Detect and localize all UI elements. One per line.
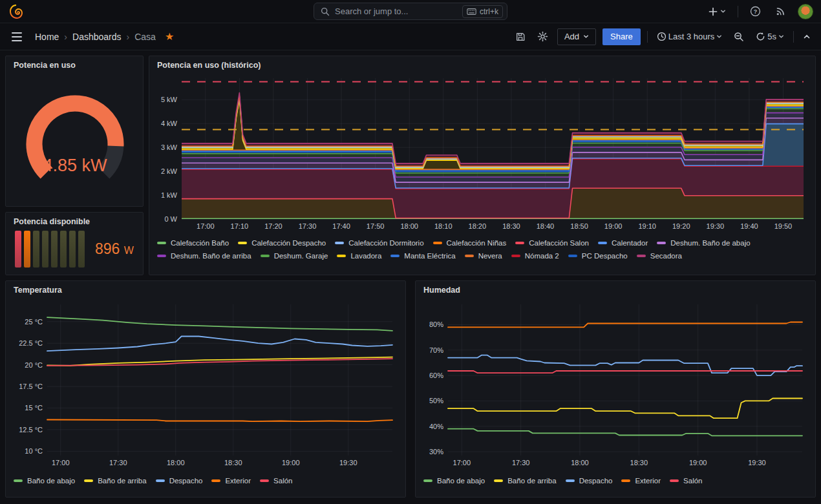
legend-item[interactable]: Secadora — [637, 251, 682, 261]
search-input[interactable]: Search or jump to... ctrl+k — [314, 3, 507, 20]
legend-item[interactable]: Exterior — [211, 476, 251, 486]
legend-swatch — [211, 479, 220, 482]
svg-text:5 kW: 5 kW — [161, 96, 178, 103]
share-button[interactable]: Share — [602, 28, 641, 45]
legend-item[interactable]: Nómada 2 — [511, 251, 559, 261]
panel-title: Potencia en uso (histórico) — [149, 56, 815, 72]
legend-item[interactable]: Exterior — [621, 476, 661, 486]
zoom-out-time-button[interactable] — [731, 29, 747, 45]
humidity-chart[interactable]: 17:0017:3018:0018:3019:0019:3030%40%50%6… — [421, 297, 810, 471]
grafana-logo-icon[interactable] — [8, 3, 25, 20]
legend-item[interactable]: Despacho — [566, 476, 613, 486]
legend-item[interactable]: Calefacción Niñas — [433, 238, 507, 248]
bar-gauge-cell-unlit — [78, 231, 85, 268]
zoom-out-icon — [734, 32, 744, 42]
legend-item[interactable]: Baño de arriba — [84, 476, 146, 486]
legend-item[interactable]: Lavadora — [337, 251, 381, 261]
temperature-chart[interactable]: 17:0017:3018:0018:3019:0019:3010 °C12.5 … — [11, 297, 400, 471]
legend-swatch — [465, 255, 474, 257]
legend-item[interactable]: Nevera — [465, 251, 502, 261]
collapse-toolbar-button[interactable] — [800, 30, 813, 43]
legend-swatch — [157, 255, 166, 257]
legend-swatch — [566, 479, 575, 482]
legend-item[interactable]: Calefacción Dormitorio — [335, 238, 423, 248]
bar-gauge-cell-unlit — [69, 231, 76, 268]
save-dashboard-button[interactable] — [513, 29, 528, 45]
legend-item[interactable]: Despacho — [156, 476, 203, 486]
legend-item[interactable]: Calefacción Salon — [515, 238, 589, 248]
top-nav: Search or jump to... ctrl+k ? — [0, 0, 821, 23]
panel-potencia-disponible: Potencia disponible 896 W — [5, 212, 144, 275]
svg-text:15 °C: 15 °C — [25, 404, 43, 412]
panel-title: Temperatura — [6, 281, 405, 297]
legend-item[interactable]: Calefacción Despacho — [238, 238, 326, 248]
breadcrumb-separator: › — [127, 32, 130, 42]
help-icon: ? — [750, 6, 761, 17]
svg-text:17:40: 17:40 — [332, 222, 350, 230]
legend-item[interactable]: Calentador — [598, 238, 648, 248]
svg-text:40%: 40% — [429, 423, 443, 430]
clock-icon — [657, 32, 666, 41]
bar-gauge-cell-unlit — [60, 231, 67, 268]
legend-item[interactable]: Baño de arriba — [494, 476, 556, 486]
legend-item[interactable]: Salón — [670, 476, 702, 486]
legend-label: Nómada 2 — [525, 251, 559, 261]
new-menu-button[interactable] — [705, 4, 729, 19]
legend-label: Despacho — [579, 476, 613, 486]
legend-label: Calefacción Niñas — [447, 238, 507, 248]
available-power-value: 896 W — [95, 240, 134, 258]
mega-menu-button[interactable] — [8, 28, 26, 45]
add-panel-button[interactable]: Add — [557, 28, 596, 45]
svg-text:19:00: 19:00 — [282, 459, 300, 467]
refresh-button[interactable]: 5s — [753, 29, 787, 44]
svg-text:19:50: 19:50 — [774, 222, 793, 230]
legend-label: Calefacción Salon — [529, 238, 589, 248]
keyboard-icon — [467, 8, 476, 15]
svg-text:18:50: 18:50 — [570, 222, 588, 230]
value: 896 — [95, 240, 120, 257]
help-button[interactable]: ? — [747, 3, 763, 19]
chart-legend: Baño de abajoBaño de arribaDespachoExter… — [416, 473, 815, 490]
power-history-chart[interactable]: 17:0017:1017:2017:3017:4017:5018:0018:10… — [155, 72, 810, 233]
svg-text:17:00: 17:00 — [52, 459, 70, 467]
favorite-star-icon[interactable]: ★ — [165, 30, 174, 43]
chevron-down-icon — [716, 34, 722, 39]
legend-item[interactable]: Calefacción Baño — [157, 238, 229, 248]
legend-item[interactable]: PC Despacho — [568, 251, 628, 261]
news-button[interactable] — [773, 3, 789, 19]
svg-text:25 °C: 25 °C — [25, 318, 43, 326]
time-range-picker[interactable]: Last 3 hours — [654, 29, 725, 44]
add-button-label: Add — [564, 32, 579, 41]
svg-text:4 kW: 4 kW — [161, 120, 178, 127]
breadcrumb-home[interactable]: Home — [35, 32, 59, 42]
bar-gauge-cells — [15, 231, 85, 268]
legend-swatch — [156, 479, 165, 482]
legend-label: Salón — [273, 476, 292, 486]
svg-text:?: ? — [754, 8, 757, 15]
legend-item[interactable]: Manta Eléctrica — [390, 251, 455, 261]
gear-icon — [537, 31, 548, 42]
breadcrumb-dashboards[interactable]: Dashboards — [72, 32, 122, 42]
legend-label: Baño de abajo — [27, 476, 75, 486]
legend-swatch — [598, 242, 607, 244]
chevron-up-icon — [803, 33, 811, 41]
legend-item[interactable]: Deshum. Garaje — [261, 251, 328, 261]
legend-item[interactable]: Baño de abajo — [423, 476, 485, 486]
legend-label: Deshum. Garaje — [274, 251, 328, 261]
legend-item[interactable]: Deshum. Baño de abajo — [657, 238, 750, 248]
kbd-shortcut-label: ctrl+k — [480, 7, 498, 16]
legend-swatch — [84, 479, 93, 482]
svg-text:19:00: 19:00 — [689, 459, 707, 467]
share-button-label: Share — [610, 32, 633, 41]
dashboard-settings-button[interactable] — [535, 28, 551, 45]
avatar[interactable] — [798, 4, 813, 19]
chart-legend: Baño de abajoBaño de arribaDespachoExter… — [6, 473, 405, 490]
svg-text:18:10: 18:10 — [434, 222, 453, 230]
legend-item[interactable]: Baño de abajo — [14, 476, 75, 486]
svg-text:17:50: 17:50 — [367, 222, 385, 230]
svg-text:0 W: 0 W — [164, 215, 177, 223]
panel-potencia-historico: Potencia en uso (histórico) 17:0017:1017… — [149, 56, 816, 275]
legend-item[interactable]: Deshum. Baño de arriba — [157, 251, 251, 261]
legend-label: Salón — [683, 476, 702, 486]
legend-item[interactable]: Salón — [260, 476, 292, 486]
